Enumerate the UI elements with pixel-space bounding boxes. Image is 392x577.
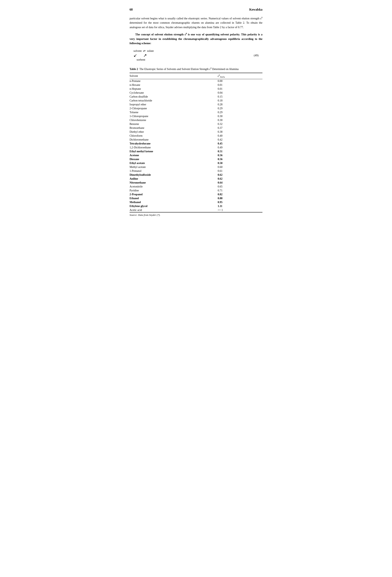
- solvent-cell: Aniline: [130, 177, 210, 181]
- solvent-cell: Chloroform: [130, 134, 210, 138]
- solvent-cell: Cyclohexane: [130, 91, 210, 95]
- solvent-cell: 2-Propanol: [130, 192, 210, 196]
- value-cell: 0.62: [210, 173, 262, 177]
- paragraph-2: The concept of solvent elution strength …: [130, 32, 262, 45]
- table-row: Aniline0.62: [130, 177, 262, 181]
- table-row: 2-Propanol0.82: [130, 192, 262, 196]
- col-value-header: ε0Al₂O₃: [210, 73, 262, 79]
- table-row: Dioxane0.56: [130, 157, 262, 161]
- table-row: 1,2-Dichloroethane0.49: [130, 146, 262, 149]
- paragraph-1: particular solvent begins what is usuall…: [130, 16, 262, 29]
- value-cell: 0.42: [210, 138, 262, 142]
- solvent-cell: Bromoethane: [130, 126, 210, 130]
- solvent-cell: Methyl acetate: [130, 165, 210, 169]
- table-row: Carbon tetrachloride0.18: [130, 99, 262, 103]
- value-cell: 0.37: [210, 126, 262, 130]
- table-container: Table 2 The Eluotropic Series of Solvent…: [130, 67, 262, 216]
- table-row: Ethylene glycol1.11: [130, 204, 262, 208]
- table-row: Tetrahydrofurane0.45: [130, 142, 262, 146]
- table-row: Methyl acetate0.60: [130, 165, 262, 169]
- value-cell: 0.15: [210, 95, 262, 99]
- table-row: Dichloromethane0.42: [130, 138, 262, 142]
- table-row: Diethyl ether0.38: [130, 130, 262, 134]
- value-cell: >> 1: [210, 208, 262, 212]
- value-cell: 0.51: [210, 149, 262, 153]
- table-caption-text: The Eluotropic Series of Solvents and So…: [138, 68, 239, 71]
- solvent-cell: Chlorobenzene: [130, 118, 210, 122]
- table-row: Carbon disulfide0.15: [130, 95, 262, 99]
- value-cell: 0.65: [210, 185, 262, 189]
- solvent-cell: Dioxane: [130, 157, 210, 161]
- solvent-cell: Carbon tetrachloride: [130, 99, 210, 103]
- table-row: Ethanol0.88: [130, 196, 262, 200]
- sorbent-label: sorbent: [134, 58, 154, 61]
- table-header-row: Solvent ε0Al₂O₃: [130, 73, 262, 79]
- table-row: Toluene0.29: [130, 110, 262, 114]
- page-number: 68: [130, 8, 133, 11]
- solvent-cell: Isopropyl ether: [130, 103, 210, 107]
- value-cell: 0.56: [210, 157, 262, 161]
- value-cell: 0.45: [210, 142, 262, 146]
- col-solvent-header: Solvent: [130, 73, 210, 79]
- solvent-cell: Tetrahydrofurane: [130, 142, 210, 146]
- solvent-cell: Pyridine: [130, 189, 210, 192]
- table-row: Acetone0.56: [130, 153, 262, 157]
- table-row: n-Heptane0.01: [130, 87, 262, 91]
- equation-block: solvent ⇌ solute ↙ ↗ sorbent (49): [130, 49, 262, 61]
- table-row: Acetonitrile0.65: [130, 185, 262, 189]
- value-cell: 0.60: [210, 165, 262, 169]
- solvent-cell: Toluene: [130, 110, 210, 114]
- table-caption-bold: Table 2: [130, 68, 138, 71]
- table-body: n-Pentane0.00n-Hexane0.01n-Heptane0.01Cy…: [130, 79, 262, 213]
- value-cell: 0.58: [210, 161, 262, 165]
- solvent-cell: 1-Chloropropane: [130, 114, 210, 118]
- value-cell: 0.18: [210, 99, 262, 103]
- equation-line1: solvent ⇌ solute: [134, 49, 154, 53]
- value-cell: 0.32: [210, 122, 262, 126]
- table-row: Bromoethane0.37: [130, 126, 262, 130]
- value-cell: 0.30: [210, 114, 262, 118]
- table-caption: Table 2 The Eluotropic Series of Solvent…: [130, 67, 262, 71]
- solvent-cell: n-Pentane: [130, 79, 210, 83]
- value-cell: 0.29: [210, 110, 262, 114]
- solvent-cell: Dimethylsulfoxide: [130, 173, 210, 177]
- table-row: 1-Chloropropane0.30: [130, 114, 262, 118]
- solvent-cell: Ethyl methyl ketone: [130, 149, 210, 153]
- solvent-cell: Ethanol: [130, 196, 210, 200]
- value-cell: 0.01: [210, 87, 262, 91]
- table-row: Pyridine0.71: [130, 189, 262, 192]
- solvent-cell: 2-Chlorpropane: [130, 107, 210, 110]
- value-cell: 0.62: [210, 177, 262, 181]
- table-row: Chloroform0.40: [130, 134, 262, 138]
- table-row: Ethyl methyl ketone0.51: [130, 149, 262, 153]
- value-cell: 0.01: [210, 83, 262, 87]
- table-row: Cyclohexane0.04: [130, 91, 262, 95]
- page-header: 68 Kowalska: [130, 8, 262, 11]
- value-cell: 0.64: [210, 181, 262, 185]
- value-cell: 0.04: [210, 91, 262, 95]
- table-row: 2-Chlorpropane0.29: [130, 107, 262, 110]
- data-table: Solvent ε0Al₂O₃ n-Pentane0.00n-Hexane0.0…: [130, 73, 262, 216]
- value-cell: 1.11: [210, 204, 262, 208]
- value-cell: 0.40: [210, 134, 262, 138]
- solvent-cell: Acetone: [130, 153, 210, 157]
- value-cell: 0.38: [210, 130, 262, 134]
- value-cell: 0.71: [210, 189, 262, 192]
- value-cell: 0.56: [210, 153, 262, 157]
- table-row: Nitromethane0.64: [130, 181, 262, 185]
- value-cell: 0.00: [210, 79, 262, 83]
- value-cell: 0.88: [210, 196, 262, 200]
- author-name: Kowalska: [249, 8, 262, 11]
- table-row: 1-Pentanol0.61: [130, 169, 262, 173]
- solvent-cell: Ethylene glycol: [130, 204, 210, 208]
- table-row: Benzene0.32: [130, 122, 262, 126]
- table-row: Ethyl acetate0.58: [130, 161, 262, 165]
- value-cell: 0.28: [210, 103, 262, 107]
- solvent-cell: Acetonitrile: [130, 185, 210, 189]
- solvent-cell: Benzene: [130, 122, 210, 126]
- arrow-up-right: ↗: [143, 53, 147, 58]
- value-cell: 0.49: [210, 146, 262, 149]
- equation-text: solvent ⇌ solute: [134, 49, 154, 53]
- table-row: Chlorobenzene0.30: [130, 118, 262, 122]
- table-row: Isopropyl ether0.28: [130, 103, 262, 107]
